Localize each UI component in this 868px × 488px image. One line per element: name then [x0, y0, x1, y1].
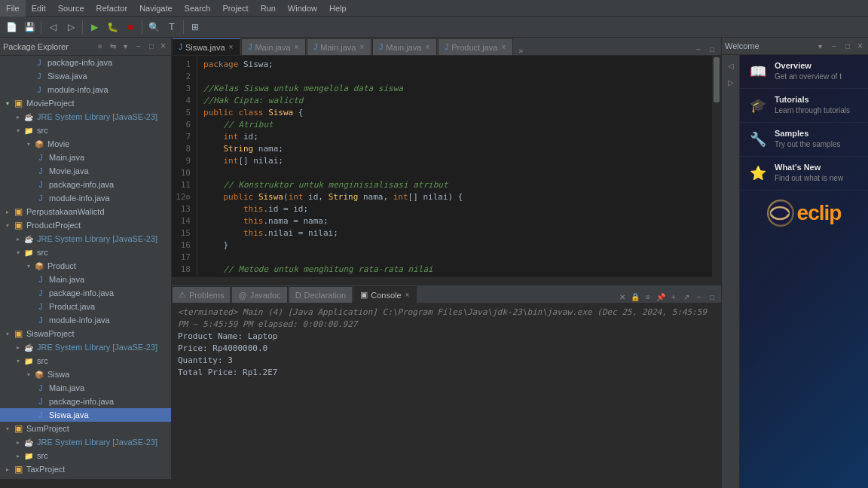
menu-source[interactable]: Source — [52, 0, 90, 17]
view-menu-icon[interactable]: ▾ — [120, 41, 132, 53]
tree-item-tax-project[interactable]: ▸ ▣ TaxProject — [0, 462, 171, 476]
tree-item-pkg1[interactable]: J package-info.java — [0, 56, 171, 69]
menu-refactor[interactable]: Refactor — [90, 0, 134, 17]
minimize-welcome-icon[interactable]: − — [828, 40, 840, 52]
tree-item-movie-project[interactable]: ▾ ▣ MovieProject — [0, 96, 171, 110]
clear-console-icon[interactable]: ✕ — [616, 291, 628, 303]
tree-item-jre-movie[interactable]: ▸ ☕ JRE System Library [JavaSE-23] — [0, 110, 171, 124]
welcome-item-overview[interactable]: 📖 Overview Get an overview of t — [740, 55, 868, 89]
menu-window[interactable]: Window — [282, 0, 323, 17]
maximize-bottom-icon[interactable]: □ — [706, 291, 718, 303]
editor-bottom-scrollbar[interactable] — [172, 277, 721, 285]
tab-problems[interactable]: ⚠ Problems — [172, 286, 231, 303]
close-tab-main2[interactable]: × — [359, 43, 365, 51]
minimize-bottom-icon[interactable]: − — [693, 291, 705, 303]
tree-item-pkg-product[interactable]: J package-info.java — [0, 286, 171, 300]
welcome-item-whats-new[interactable]: ⭐ What's New Find out what is new — [740, 157, 868, 191]
maximize-welcome-icon[interactable]: □ — [842, 40, 854, 52]
tree-item-main-siswa[interactable]: J Main.java — [0, 381, 171, 395]
debug-btn[interactable]: 🐛 — [104, 19, 121, 35]
tree-item-jre-siswa[interactable]: ▸ ☕ JRE System Library [JavaSE-23] — [0, 340, 171, 354]
editor-scrollbar[interactable] — [712, 56, 721, 277]
word-wrap-icon[interactable]: ≡ — [642, 291, 654, 303]
tree-item-pkg-siswa[interactable]: J package-info.java — [0, 395, 171, 408]
maximize-editor-icon[interactable]: □ — [706, 43, 718, 55]
open-console-icon[interactable]: ↗ — [680, 291, 692, 303]
menu-run[interactable]: Run — [255, 0, 282, 17]
tab-main1[interactable]: J Main.java × — [241, 38, 306, 55]
tree-horizontal-scrollbar[interactable] — [0, 479, 171, 488]
welcome-item-samples[interactable]: 🔧 Samples Try out the samples — [740, 123, 868, 157]
tree-item-product-folder[interactable]: ▾ 📦 Product — [0, 259, 171, 273]
back-icon[interactable]: ◁ — [723, 58, 738, 73]
menu-project[interactable]: Project — [216, 0, 254, 17]
menu-edit[interactable]: Edit — [26, 0, 52, 17]
tree-item-src-sum[interactable]: ▸ 📁 src — [0, 449, 171, 462]
minimize-editor-icon[interactable]: − — [692, 43, 704, 55]
tab-javadoc[interactable]: @ Javadoc — [231, 286, 287, 303]
tree-item-movie-folder[interactable]: ▾ 📦 Movie — [0, 137, 171, 151]
tree-item-src-siswa[interactable]: ▾ 📁 src — [0, 354, 171, 368]
view-menu-welcome-icon[interactable]: ▾ — [815, 40, 827, 52]
tree-item-product-project[interactable]: ▾ ▣ ProductProject — [0, 218, 171, 232]
menu-help[interactable]: Help — [323, 0, 353, 17]
close-tab-siswa[interactable]: × — [228, 43, 234, 51]
tree-item-src-product[interactable]: ▾ 📁 src — [0, 246, 171, 259]
tree-item-siswa1[interactable]: J Siswa.java — [0, 69, 171, 83]
perspective-btn[interactable]: ⊞ — [187, 19, 203, 35]
close-tab-main3[interactable]: × — [424, 43, 430, 51]
tab-main3[interactable]: J Main.java × — [372, 38, 437, 55]
tree-item-main-product[interactable]: J Main.java — [0, 273, 171, 286]
collapse-all-icon[interactable]: ≡ — [94, 41, 106, 53]
tree-item-main-movie[interactable]: J Main.java — [0, 151, 171, 164]
code-content[interactable]: package Siswa; //Kelas Siswa untuk menge… — [197, 56, 712, 277]
close-tab-product[interactable]: × — [500, 43, 506, 51]
menu-navigate[interactable]: Navigate — [133, 0, 178, 17]
tree-item-jre-product[interactable]: ▸ ☕ JRE System Library [JavaSE-23] — [0, 232, 171, 246]
tab-product[interactable]: J Product.java × — [438, 38, 513, 55]
tree-item-sum-project[interactable]: ▾ ▣ SumProject — [0, 422, 171, 435]
tab-siswa[interactable]: J Siswa.java × — [172, 38, 240, 55]
tab-icon: J — [379, 43, 383, 51]
tab-declaration[interactable]: D Declaration — [289, 286, 353, 303]
tree-item-movie-java[interactable]: J Movie.java — [0, 164, 171, 178]
pin-console-icon[interactable]: 📌 — [655, 291, 667, 303]
close-tab-main1[interactable]: × — [294, 43, 300, 51]
tree-item-siswa-project[interactable]: ▾ ▣ SiswaProject — [0, 327, 171, 340]
stop-btn[interactable]: ■ — [122, 19, 139, 35]
tree-item-module1[interactable]: J module-info.java — [0, 83, 171, 96]
menu-search[interactable]: Search — [179, 0, 217, 17]
link-with-editor-icon[interactable]: ⇆ — [107, 41, 119, 53]
tab-main2[interactable]: J Main.java × — [307, 38, 371, 55]
close-welcome-btn[interactable]: × — [855, 41, 865, 51]
close-console-tab[interactable]: × — [405, 291, 411, 299]
close-panel-btn[interactable]: × — [158, 41, 168, 53]
tree-item-product-java[interactable]: J Product.java — [0, 300, 171, 313]
forward-btn[interactable]: ▷ — [63, 19, 79, 35]
save-btn[interactable]: 💾 — [21, 19, 38, 35]
maximize-panel-icon[interactable]: □ — [145, 41, 157, 53]
welcome-item-tutorials[interactable]: 🎓 Tutorials Learn through tutorials — [740, 89, 868, 123]
tree-item-module-product[interactable]: J module-info.java — [0, 313, 171, 327]
tree-item-pkg-movie[interactable]: J package-info.java — [0, 178, 171, 191]
scrollbar-thumb[interactable] — [714, 57, 720, 102]
back-btn[interactable]: ◁ — [44, 19, 61, 35]
tree-item-siswa-folder[interactable]: ▾ 📦 Siswa — [0, 368, 171, 381]
search-toolbar-btn[interactable]: 🔍 — [145, 19, 162, 35]
tree-item-src-movie[interactable]: ▾ 📁 src — [0, 124, 171, 137]
tab-overflow[interactable]: » — [514, 46, 527, 55]
tab-console[interactable]: ▣ Console × — [353, 286, 417, 303]
menu-file[interactable]: File — [0, 0, 26, 17]
forward-icon[interactable]: ▷ — [723, 75, 738, 90]
tree-container[interactable]: J package-info.java J Siswa.java J modul… — [0, 56, 171, 479]
tree-item-siswa-java-selected[interactable]: J Siswa.java — [0, 408, 171, 422]
tree-item-perpustakaan[interactable]: ▸ ▣ PerpustakaanWalictd — [0, 205, 171, 218]
scroll-lock-icon[interactable]: 🔒 — [629, 291, 641, 303]
new-btn[interactable]: 📄 — [3, 19, 20, 35]
tree-item-module-movie[interactable]: J module-info.java — [0, 191, 171, 205]
open-type-btn[interactable]: T — [164, 19, 180, 35]
new-console-icon[interactable]: + — [668, 291, 680, 303]
run-btn[interactable]: ▶ — [86, 19, 102, 35]
tree-item-jre-sum[interactable]: ▸ ☕ JRE System Library [JavaSE-23] — [0, 435, 171, 449]
minimize-panel-icon[interactable]: − — [133, 41, 145, 53]
